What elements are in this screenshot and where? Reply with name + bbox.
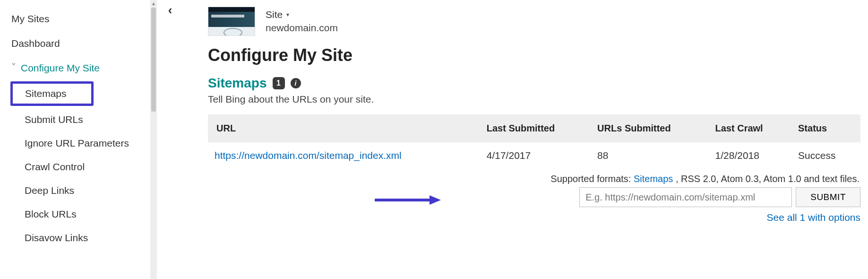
chevron-down-icon: ˅ xyxy=(11,61,20,73)
sidebar-item-label: My Sites xyxy=(11,13,50,24)
col-url[interactable]: URL xyxy=(208,114,480,142)
site-header: Site ▾ newdomain.com xyxy=(208,7,860,36)
sidebar-item-label: Crawl Control xyxy=(25,161,85,172)
sidebar-item-configure-my-site[interactable]: ˅Configure My Site xyxy=(0,56,150,80)
scroll-up-icon[interactable]: ▴ xyxy=(150,0,157,7)
submit-sitemap-row: SUBMIT xyxy=(208,187,860,207)
sidebar-item-label: Ignore URL Parameters xyxy=(25,138,129,148)
table-row: https://newdomain.com/sitemap_index.xml … xyxy=(208,142,860,169)
sidebar-sub-disavow-links[interactable]: Disavow Links xyxy=(0,226,150,250)
sidebar-sub-crawl-control[interactable]: Crawl Control xyxy=(0,155,150,179)
section-description: Tell Bing about the URLs on your site. xyxy=(208,94,860,105)
col-status[interactable]: Status xyxy=(791,114,860,142)
collapse-sidebar-icon[interactable]: ‹ xyxy=(163,3,177,20)
formats-sitemaps-link[interactable]: Sitemaps xyxy=(634,174,673,184)
site-meta: Site ▾ newdomain.com xyxy=(266,8,338,35)
dropdown-triangle-icon: ▾ xyxy=(286,11,289,18)
count-badge: 1 xyxy=(273,77,285,89)
sitemap-url-input[interactable] xyxy=(579,187,792,207)
see-all-row: See all 1 with options xyxy=(208,212,860,223)
col-urls-submitted[interactable]: URLs Submitted xyxy=(591,114,708,142)
section-head: Sitemaps 1 i xyxy=(208,76,860,91)
scroll-thumb[interactable] xyxy=(151,8,156,112)
cell-last-submitted: 4/17/2017 xyxy=(480,142,591,169)
site-thumbnail xyxy=(208,7,255,36)
formats-suffix: , RSS 2.0, Atom 0.3, Atom 1.0 and text f… xyxy=(673,174,859,184)
section-title: Sitemaps xyxy=(208,76,267,91)
sitemap-url-link[interactable]: https://newdomain.com/sitemap_index.xml xyxy=(215,150,402,161)
sidebar-sub-submit-urls[interactable]: Submit URLs xyxy=(0,108,150,131)
formats-prefix: Supported formats: xyxy=(550,174,634,184)
sidebar-item-label: Submit URLs xyxy=(25,114,83,125)
sidebar-item-label: Deep Links xyxy=(25,185,74,196)
site-domain: newdomain.com xyxy=(266,21,338,35)
sidebar-scrollbar[interactable]: ▴ xyxy=(150,0,157,279)
sidebar-item-label: Disavow Links xyxy=(25,232,88,243)
sidebar: My Sites Dashboard ˅Configure My Site Si… xyxy=(0,0,157,279)
page-title: Configure My Site xyxy=(208,45,860,65)
submit-button[interactable]: SUBMIT xyxy=(796,187,860,207)
main-content: Site ▾ newdomain.com Configure My Site S… xyxy=(157,0,868,279)
info-icon[interactable]: i xyxy=(291,78,301,88)
sidebar-item-label: Configure My Site xyxy=(21,62,100,73)
site-selector[interactable]: Site ▾ xyxy=(266,8,289,21)
sidebar-sub-block-urls[interactable]: Block URLs xyxy=(0,202,150,226)
sidebar-item-label: Dashboard xyxy=(11,38,60,49)
sidebar-sub-sitemaps[interactable]: Sitemaps xyxy=(10,81,94,106)
sitemaps-table: URL Last Submitted URLs Submitted Last C… xyxy=(208,114,860,169)
sidebar-sub-deep-links[interactable]: Deep Links xyxy=(0,179,150,202)
site-selector-label: Site xyxy=(266,8,283,21)
sidebar-sub-ignore-url-parameters[interactable]: Ignore URL Parameters xyxy=(0,131,150,155)
col-last-crawl[interactable]: Last Crawl xyxy=(709,114,792,142)
supported-formats: Supported formats: Sitemaps , RSS 2.0, A… xyxy=(208,174,859,184)
cell-last-crawl: 1/28/2018 xyxy=(709,142,792,169)
sidebar-item-dashboard[interactable]: Dashboard xyxy=(0,31,150,56)
col-last-submitted[interactable]: Last Submitted xyxy=(480,114,591,142)
cell-status: Success xyxy=(791,142,860,169)
see-all-link[interactable]: See all 1 with options xyxy=(767,212,860,223)
cell-urls-submitted: 88 xyxy=(591,142,708,169)
sidebar-item-label: Block URLs xyxy=(25,209,77,219)
sidebar-item-my-sites[interactable]: My Sites xyxy=(0,7,150,31)
sidebar-item-label: Sitemaps xyxy=(25,88,67,99)
